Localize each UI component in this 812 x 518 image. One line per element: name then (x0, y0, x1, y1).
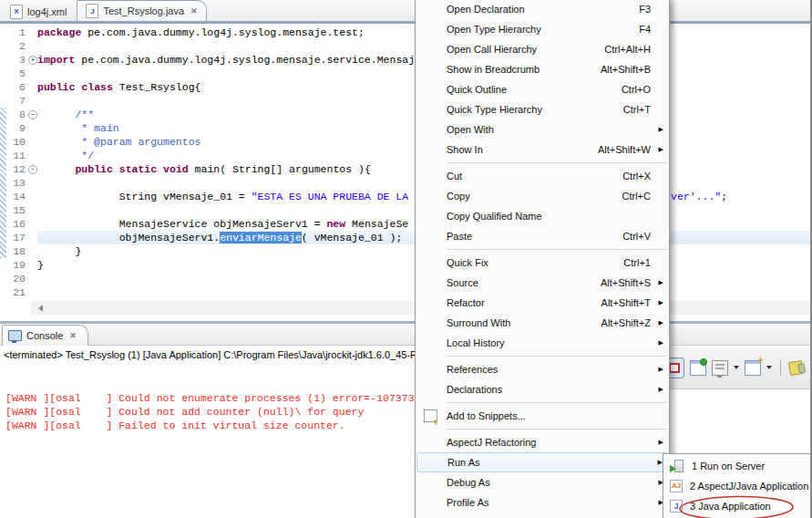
console-output[interactable]: [WARN ][osal ] Could not enumerate proce… (5, 391, 420, 432)
code-line[interactable]: 7 (0, 94, 812, 108)
menu-item-surround-with[interactable]: Surround WithAlt+Shift+Z▶ (416, 313, 669, 333)
menu-item-shortcut: F3 (639, 4, 651, 15)
console-tab[interactable]: Console ✕ (2, 325, 88, 346)
menu-item-label: Open Type Hierarchy (447, 24, 639, 35)
menu-item-quick-fix[interactable]: Quick FixCtrl+1 (416, 253, 669, 273)
submenu-item-label: 2 AspectJ/Java Application (690, 481, 808, 492)
code-line[interactable]: 20 (0, 272, 812, 285)
menu-item-shortcut: Alt+Shift+B (601, 64, 651, 75)
tab-underline (0, 21, 812, 24)
run-on-server-icon (670, 460, 684, 473)
menu-item-label: Open Declaration (447, 4, 639, 15)
code-line[interactable]: 1package pe.com.java.dummy.log4j.syslog.… (0, 26, 812, 39)
code-line[interactable]: 3+import pe.com.java.dummy.log4j.syslog.… (0, 53, 812, 67)
code-line[interactable]: 16 MensajeService objMensajeServ1 = new … (0, 217, 812, 231)
console-header: Console ✕ (0, 324, 812, 346)
menu-item-source[interactable]: SourceAlt+Shift+S▶ (416, 273, 669, 293)
menu-item-open-call-hierarchy[interactable]: Open Call HierarchyCtrl+Alt+H (416, 39, 669, 59)
menu-item-open-with[interactable]: Open With▶ (416, 119, 669, 140)
menu-item-show-in[interactable]: Show InAlt+Shift+W▶ (416, 140, 669, 160)
code-line[interactable]: 10 * @param argumentos (0, 135, 812, 149)
menu-item-quick-outline[interactable]: Quick OutlineCtrl+O (416, 79, 669, 99)
menu-item-cut[interactable]: CutCtrl+X (416, 166, 669, 186)
menu-item-refactor[interactable]: RefactorAlt+Shift+T▶ (416, 293, 669, 313)
console-extra-icon[interactable] (788, 359, 804, 375)
menu-item-open-type-hierarchy[interactable]: Open Type HierarchyF4 (416, 19, 669, 39)
dropdown-arrow-icon[interactable] (766, 366, 772, 369)
context-menu: Open DeclarationF3Open Type HierarchyF4O… (415, 0, 670, 518)
menu-item-open-declaration[interactable]: Open DeclarationF3 (416, 0, 669, 19)
fold-column (27, 244, 37, 258)
menu-item-copy-qualified-name[interactable]: Copy Qualified Name (416, 206, 669, 226)
menu-item-add-to-snippets[interactable]: Add to Snippets... (416, 406, 669, 426)
menu-item-profile-as[interactable]: Profile As▶ (416, 492, 669, 513)
scrollbar-left-arrow-icon[interactable] (38, 305, 43, 312)
menu-item-label: References (447, 364, 651, 375)
code-line[interactable]: 2 (0, 39, 812, 53)
code-line[interactable]: 15 (0, 203, 812, 217)
menu-item-declarations[interactable]: Declarations▶ (416, 379, 669, 399)
code-area[interactable]: 1package pe.com.java.dummy.log4j.syslog.… (0, 24, 812, 299)
menu-item-references[interactable]: References▶ (416, 359, 669, 379)
pin-console-icon[interactable] (690, 360, 706, 376)
submenu-arrow-icon: ▶ (654, 319, 663, 326)
fold-minus-icon[interactable]: − (28, 110, 37, 119)
code-line[interactable]: 21 (0, 285, 812, 299)
menu-item-label: Local History (447, 337, 651, 348)
tab-label: log4j.xml (27, 6, 67, 17)
close-tab-icon[interactable]: ✕ (190, 6, 198, 16)
fold-column: + (27, 53, 37, 67)
menu-item-label: Cut (447, 171, 622, 181)
code-line[interactable]: 6public class Test_Rsyslog{ (0, 80, 812, 94)
menu-item-quick-type-hierarchy[interactable]: Quick Type HierarchyCtrl+T (416, 99, 669, 119)
menu-item-show-in-breadcrumb[interactable]: Show in BreadcrumbAlt+Shift+B (416, 59, 669, 79)
menu-item-label: Profile As (447, 497, 651, 508)
code-line[interactable]: 8− /** (0, 108, 812, 121)
toolbar-separator (780, 359, 781, 376)
submenu-item-1-run-on-server[interactable]: 1 Run on Server (663, 456, 812, 476)
fold-column (27, 176, 37, 190)
console-tab-label: Console (26, 330, 63, 341)
menu-item-copy[interactable]: CopyCtrl+C (416, 186, 669, 206)
menu-item-paste[interactable]: PasteCtrl+V (416, 226, 669, 246)
code-line[interactable]: 5 (0, 67, 812, 80)
fold-column (27, 94, 37, 108)
fold-plus-icon[interactable]: + (28, 56, 37, 65)
console-line: [WARN ][osal ] Could not enumerate proce… (5, 391, 420, 405)
fold-column (27, 272, 37, 285)
close-console-icon[interactable]: ✕ (69, 331, 77, 340)
fold-minus-icon[interactable]: − (28, 165, 37, 174)
fold-column (27, 135, 37, 149)
menu-item-label: Show In (447, 144, 598, 155)
code-line[interactable]: 9 * main (0, 121, 812, 135)
editor-tab-log4j-xml[interactable]: Xlog4j.xml (2, 2, 75, 21)
submenu-arrow-icon: ▶ (654, 386, 663, 393)
editor-tab-test-rsyslog-java[interactable]: JTest_Rsyslog.java✕ (77, 0, 206, 21)
menu-item-run-as[interactable]: Run As▶ (416, 452, 668, 472)
code-line[interactable]: 12− public static void main( String[] ar… (0, 162, 812, 176)
line-number: 1 (0, 26, 27, 39)
submenu-arrow-icon: ▶ (654, 126, 663, 133)
submenu-arrow-icon: ▶ (653, 459, 663, 466)
menu-item-shortcut: F4 (639, 24, 651, 35)
menu-item-debug-as[interactable]: Debug As▶ (416, 472, 669, 492)
code-line[interactable]: 18 } (0, 244, 812, 258)
menu-item-local-history[interactable]: Local History▶ (416, 333, 669, 353)
menu-item-shortcut: Ctrl+C (622, 191, 651, 202)
menu-item-label: Surround With (447, 317, 601, 328)
open-console-icon[interactable] (745, 360, 761, 376)
code-line[interactable]: 13 (0, 176, 812, 190)
menu-separator (447, 162, 667, 163)
dropdown-arrow-icon[interactable] (734, 366, 739, 369)
menu-item-aspectj-refactoring[interactable]: AspectJ Refactoring▶ (416, 432, 669, 452)
submenu-item-label: 1 Run on Server (692, 461, 765, 471)
editor-tab-bar: Xlog4j.xmlJTest_Rsyslog.java✕ (0, 0, 812, 21)
code-line[interactable]: 11 */ (0, 149, 812, 162)
code-line[interactable]: 14 String vMensaje_01 = "ESTA ES UNA PRU… (0, 190, 812, 203)
red-ellipse-shape (680, 495, 793, 518)
display-selected-console-icon[interactable] (712, 360, 728, 376)
submenu-arrow-icon: ▶ (654, 279, 663, 286)
code-line[interactable]: 19} (0, 258, 812, 272)
fold-column (27, 67, 37, 80)
code-line[interactable]: 17 objMensajeServ1.enviarMensaje( vMensa… (0, 231, 812, 244)
